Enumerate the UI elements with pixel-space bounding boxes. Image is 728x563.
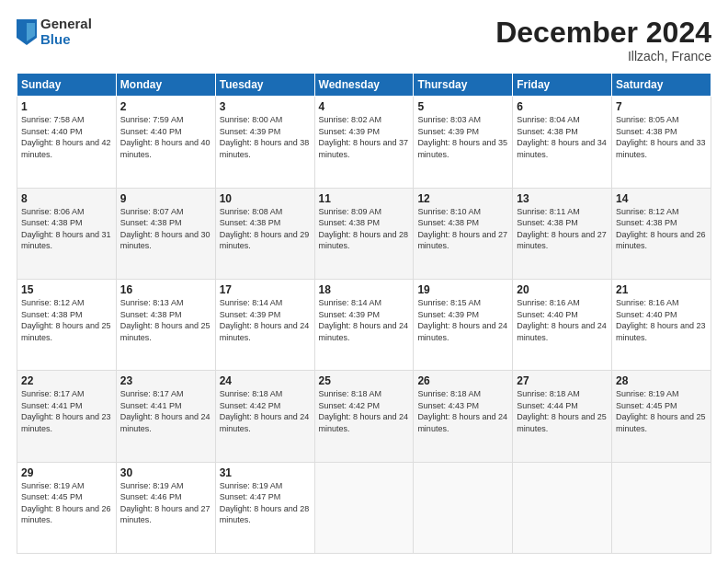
day-number: 23	[120, 374, 211, 387]
day-number: 18	[319, 283, 410, 296]
day-info: Sunrise: 7:58 AMSunset: 4:40 PMDaylight:…	[21, 115, 111, 159]
day-number: 22	[21, 374, 112, 387]
day-info: Sunrise: 8:11 AMSunset: 4:38 PMDaylight:…	[517, 207, 607, 251]
calendar-week-row: 8 Sunrise: 8:06 AMSunset: 4:38 PMDayligh…	[17, 188, 711, 279]
day-info: Sunrise: 8:02 AMSunset: 4:39 PMDaylight:…	[319, 115, 409, 159]
day-number: 16	[120, 283, 211, 296]
col-saturday: Saturday	[612, 74, 711, 97]
day-info: Sunrise: 8:18 AMSunset: 4:42 PMDaylight:…	[220, 389, 310, 433]
calendar-header-row: Sunday Monday Tuesday Wednesday Thursday…	[17, 74, 711, 97]
table-row: 21 Sunrise: 8:16 AMSunset: 4:40 PMDaylig…	[612, 279, 711, 370]
table-row: 19 Sunrise: 8:15 AMSunset: 4:39 PMDaylig…	[414, 279, 513, 370]
day-info: Sunrise: 8:18 AMSunset: 4:42 PMDaylight:…	[319, 389, 409, 433]
day-info: Sunrise: 8:18 AMSunset: 4:43 PMDaylight:…	[417, 389, 507, 433]
day-number: 25	[319, 374, 410, 387]
day-info: Sunrise: 8:03 AMSunset: 4:39 PMDaylight:…	[417, 115, 507, 159]
day-number: 17	[220, 283, 311, 296]
day-info: Sunrise: 8:09 AMSunset: 4:38 PMDaylight:…	[319, 207, 409, 251]
logo: General Blue	[17, 17, 92, 47]
day-number: 10	[220, 192, 311, 205]
header: General Blue December 2024 Illzach, Fran…	[17, 17, 711, 63]
table-row: 23 Sunrise: 8:17 AMSunset: 4:41 PMDaylig…	[116, 371, 215, 462]
title-block: December 2024 Illzach, France	[495, 17, 711, 63]
day-info: Sunrise: 8:06 AMSunset: 4:38 PMDaylight:…	[21, 207, 111, 251]
table-row	[513, 462, 612, 553]
day-number: 9	[120, 192, 211, 205]
table-row: 18 Sunrise: 8:14 AMSunset: 4:39 PMDaylig…	[314, 279, 414, 370]
day-info: Sunrise: 8:04 AMSunset: 4:38 PMDaylight:…	[517, 115, 607, 159]
day-number: 19	[417, 283, 508, 296]
day-info: Sunrise: 8:19 AMSunset: 4:46 PMDaylight:…	[120, 481, 210, 525]
day-info: Sunrise: 8:13 AMSunset: 4:38 PMDaylight:…	[120, 298, 210, 342]
table-row: 12 Sunrise: 8:10 AMSunset: 4:38 PMDaylig…	[414, 188, 513, 279]
table-row	[314, 462, 414, 553]
table-row: 20 Sunrise: 8:16 AMSunset: 4:40 PMDaylig…	[513, 279, 612, 370]
table-row: 8 Sunrise: 8:06 AMSunset: 4:38 PMDayligh…	[17, 188, 117, 279]
table-row: 15 Sunrise: 8:12 AMSunset: 4:38 PMDaylig…	[17, 279, 117, 370]
day-number: 30	[120, 466, 211, 479]
table-row: 26 Sunrise: 8:18 AMSunset: 4:43 PMDaylig…	[414, 371, 513, 462]
calendar-title: December 2024	[495, 17, 711, 49]
day-number: 28	[616, 374, 707, 387]
col-tuesday: Tuesday	[215, 74, 314, 97]
day-number: 21	[616, 283, 707, 296]
table-row: 6 Sunrise: 8:04 AMSunset: 4:38 PMDayligh…	[513, 97, 612, 188]
day-info: Sunrise: 8:19 AMSunset: 4:45 PMDaylight:…	[616, 389, 706, 433]
day-info: Sunrise: 8:10 AMSunset: 4:38 PMDaylight:…	[417, 207, 507, 251]
table-row: 1 Sunrise: 7:58 AMSunset: 4:40 PMDayligh…	[17, 97, 117, 188]
calendar-week-row: 22 Sunrise: 8:17 AMSunset: 4:41 PMDaylig…	[17, 371, 711, 462]
table-row: 14 Sunrise: 8:12 AMSunset: 4:38 PMDaylig…	[612, 188, 711, 279]
day-info: Sunrise: 8:15 AMSunset: 4:39 PMDaylight:…	[417, 298, 507, 342]
day-number: 20	[517, 283, 608, 296]
col-friday: Friday	[513, 74, 612, 97]
table-row: 31 Sunrise: 8:19 AMSunset: 4:47 PMDaylig…	[215, 462, 314, 553]
table-row: 4 Sunrise: 8:02 AMSunset: 4:39 PMDayligh…	[314, 97, 414, 188]
day-number: 11	[319, 192, 410, 205]
day-info: Sunrise: 8:05 AMSunset: 4:38 PMDaylight:…	[616, 115, 706, 159]
day-number: 3	[220, 100, 311, 113]
calendar-week-row: 15 Sunrise: 8:12 AMSunset: 4:38 PMDaylig…	[17, 279, 711, 370]
day-info: Sunrise: 8:19 AMSunset: 4:47 PMDaylight:…	[220, 481, 310, 525]
table-row: 10 Sunrise: 8:08 AMSunset: 4:38 PMDaylig…	[215, 188, 314, 279]
calendar-week-row: 29 Sunrise: 8:19 AMSunset: 4:45 PMDaylig…	[17, 462, 711, 553]
table-row: 5 Sunrise: 8:03 AMSunset: 4:39 PMDayligh…	[414, 97, 513, 188]
table-row: 28 Sunrise: 8:19 AMSunset: 4:45 PMDaylig…	[612, 371, 711, 462]
col-wednesday: Wednesday	[314, 74, 414, 97]
day-number: 4	[319, 100, 410, 113]
day-number: 27	[517, 374, 608, 387]
day-info: Sunrise: 8:08 AMSunset: 4:38 PMDaylight:…	[220, 207, 310, 251]
day-info: Sunrise: 8:07 AMSunset: 4:38 PMDaylight:…	[120, 207, 210, 251]
calendar-table: Sunday Monday Tuesday Wednesday Thursday…	[17, 73, 711, 554]
calendar-page: General Blue December 2024 Illzach, Fran…	[0, 0, 728, 563]
day-number: 12	[417, 192, 508, 205]
day-number: 2	[120, 100, 211, 113]
day-info: Sunrise: 8:14 AMSunset: 4:39 PMDaylight:…	[319, 298, 409, 342]
logo-icon	[17, 19, 37, 45]
day-info: Sunrise: 8:14 AMSunset: 4:39 PMDaylight:…	[220, 298, 310, 342]
col-sunday: Sunday	[17, 74, 117, 97]
day-number: 29	[21, 466, 112, 479]
day-info: Sunrise: 8:12 AMSunset: 4:38 PMDaylight:…	[616, 207, 706, 251]
table-row: 3 Sunrise: 8:00 AMSunset: 4:39 PMDayligh…	[215, 97, 314, 188]
day-info: Sunrise: 8:19 AMSunset: 4:45 PMDaylight:…	[21, 481, 111, 525]
table-row: 13 Sunrise: 8:11 AMSunset: 4:38 PMDaylig…	[513, 188, 612, 279]
day-number: 24	[220, 374, 311, 387]
day-info: Sunrise: 8:12 AMSunset: 4:38 PMDaylight:…	[21, 298, 111, 342]
day-number: 26	[417, 374, 508, 387]
table-row: 2 Sunrise: 7:59 AMSunset: 4:40 PMDayligh…	[116, 97, 215, 188]
table-row: 22 Sunrise: 8:17 AMSunset: 4:41 PMDaylig…	[17, 371, 117, 462]
day-number: 1	[21, 100, 112, 113]
day-info: Sunrise: 7:59 AMSunset: 4:40 PMDaylight:…	[120, 115, 210, 159]
table-row	[414, 462, 513, 553]
logo-blue: Blue	[40, 32, 92, 48]
col-monday: Monday	[116, 74, 215, 97]
table-row: 9 Sunrise: 8:07 AMSunset: 4:38 PMDayligh…	[116, 188, 215, 279]
calendar-subtitle: Illzach, France	[495, 49, 711, 63]
day-info: Sunrise: 8:16 AMSunset: 4:40 PMDaylight:…	[616, 298, 706, 342]
table-row	[612, 462, 711, 553]
day-number: 15	[21, 283, 112, 296]
table-row: 27 Sunrise: 8:18 AMSunset: 4:44 PMDaylig…	[513, 371, 612, 462]
day-info: Sunrise: 8:17 AMSunset: 4:41 PMDaylight:…	[21, 389, 111, 433]
day-number: 31	[220, 466, 311, 479]
logo-general: General	[40, 17, 92, 32]
